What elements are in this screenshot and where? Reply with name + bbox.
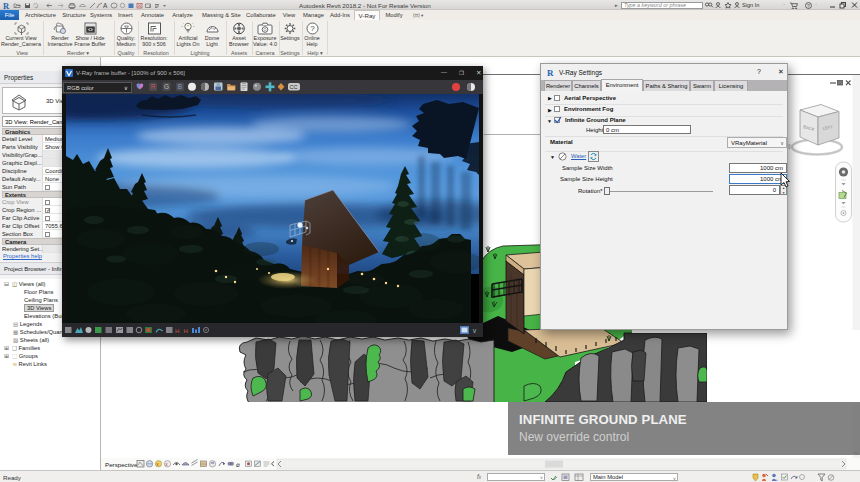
svg-text:∨: ∨ [472, 327, 477, 334]
svg-text:Perspective: Perspective [105, 461, 138, 468]
svg-text:H: H [184, 328, 188, 334]
svg-text:G: G [164, 83, 169, 90]
svg-text:⌀: ⌀ [236, 461, 240, 468]
svg-text:+: + [776, 477, 779, 482]
svg-text:H: H [175, 328, 179, 334]
svg-text:R: R [547, 68, 554, 77]
svg-text:CC: CC [290, 84, 298, 90]
svg-text:B: B [178, 83, 182, 90]
svg-text:R: R [151, 83, 156, 90]
